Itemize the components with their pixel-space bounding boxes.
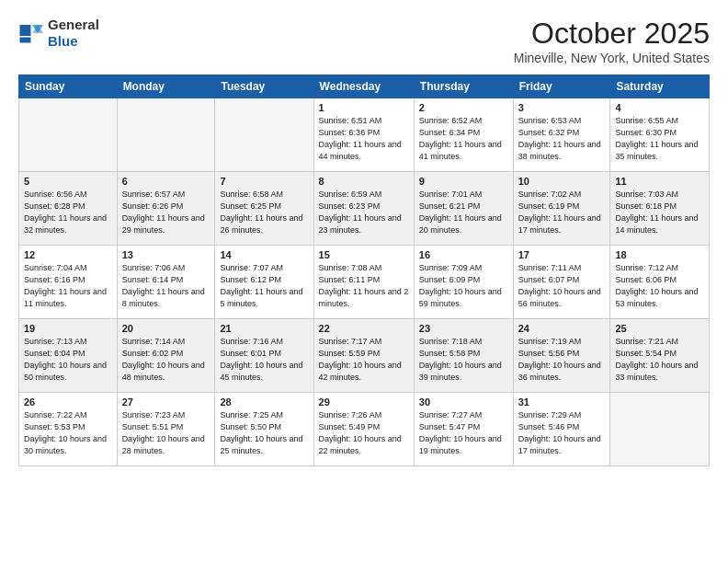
calendar-cell-w1d3: 8Sunrise: 6:59 AM Sunset: 6:23 PM Daylig… — [313, 172, 414, 246]
day-info: Sunrise: 7:26 AM Sunset: 5:49 PM Dayligh… — [319, 409, 409, 457]
month-title: October 2025 — [514, 17, 710, 51]
day-info: Sunrise: 7:11 AM Sunset: 6:07 PM Dayligh… — [518, 262, 606, 310]
calendar-cell-w2d0: 12Sunrise: 7:04 AM Sunset: 6:16 PM Dayli… — [19, 246, 118, 319]
calendar-cell-w3d4: 23Sunrise: 7:18 AM Sunset: 5:58 PM Dayli… — [414, 319, 513, 393]
logo-general: General — [48, 17, 99, 32]
day-number: 17 — [518, 249, 606, 260]
calendar-cell-w4d0: 26Sunrise: 7:22 AM Sunset: 5:53 PM Dayli… — [19, 393, 118, 466]
calendar-cell-w3d5: 24Sunrise: 7:19 AM Sunset: 5:56 PM Dayli… — [513, 319, 610, 393]
day-info: Sunrise: 7:03 AM Sunset: 6:18 PM Dayligh… — [615, 189, 704, 236]
day-number: 19 — [24, 323, 112, 334]
day-info: Sunrise: 7:13 AM Sunset: 6:04 PM Dayligh… — [24, 336, 112, 384]
day-number: 5 — [24, 176, 112, 187]
day-number: 30 — [419, 396, 508, 408]
day-number: 10 — [518, 176, 606, 187]
calendar-cell-w1d6: 11Sunrise: 7:03 AM Sunset: 6:18 PM Dayli… — [610, 172, 710, 246]
calendar-cell-w3d6: 25Sunrise: 7:21 AM Sunset: 5:54 PM Dayli… — [610, 319, 710, 393]
calendar-cell-w2d1: 13Sunrise: 7:06 AM Sunset: 6:14 PM Dayli… — [117, 246, 215, 319]
calendar-cell-w1d5: 10Sunrise: 7:02 AM Sunset: 6:19 PM Dayli… — [513, 172, 610, 246]
day-number: 14 — [220, 249, 308, 260]
calendar-cell-w0d1 — [117, 98, 215, 172]
day-number: 29 — [319, 396, 409, 408]
logo-icon — [18, 19, 46, 47]
calendar-cell-w0d0 — [19, 98, 118, 172]
week-row-1: 5Sunrise: 6:56 AM Sunset: 6:28 PM Daylig… — [19, 172, 710, 246]
calendar: Sunday Monday Tuesday Wednesday Thursday… — [18, 75, 710, 466]
day-number: 13 — [122, 249, 210, 260]
day-number: 23 — [419, 323, 508, 334]
day-info: Sunrise: 7:18 AM Sunset: 5:58 PM Dayligh… — [419, 336, 508, 384]
day-info: Sunrise: 7:14 AM Sunset: 6:02 PM Dayligh… — [122, 336, 210, 384]
calendar-cell-w4d5: 31Sunrise: 7:29 AM Sunset: 5:46 PM Dayli… — [513, 393, 610, 466]
day-number: 4 — [615, 102, 704, 113]
day-number: 6 — [122, 176, 210, 187]
day-info: Sunrise: 7:22 AM Sunset: 5:53 PM Dayligh… — [24, 409, 112, 457]
day-number: 28 — [220, 396, 308, 408]
calendar-cell-w1d1: 6Sunrise: 6:57 AM Sunset: 6:26 PM Daylig… — [117, 172, 215, 246]
day-info: Sunrise: 7:01 AM Sunset: 6:21 PM Dayligh… — [419, 189, 508, 236]
day-number: 26 — [24, 396, 112, 408]
day-number: 11 — [615, 176, 704, 187]
day-info: Sunrise: 6:56 AM Sunset: 6:28 PM Dayligh… — [24, 189, 112, 236]
day-number: 24 — [518, 323, 606, 334]
day-info: Sunrise: 7:12 AM Sunset: 6:06 PM Dayligh… — [615, 262, 704, 310]
day-number: 22 — [319, 323, 409, 334]
header: General Blue October 2025 Mineville, New… — [18, 17, 710, 65]
day-number: 21 — [220, 323, 308, 334]
logo-blue: Blue — [48, 33, 78, 49]
week-row-0: 1Sunrise: 6:51 AM Sunset: 6:36 PM Daylig… — [19, 98, 710, 172]
calendar-cell-w3d1: 20Sunrise: 7:14 AM Sunset: 6:02 PM Dayli… — [117, 319, 215, 393]
week-row-2: 12Sunrise: 7:04 AM Sunset: 6:16 PM Dayli… — [19, 246, 710, 319]
calendar-cell-w2d2: 14Sunrise: 7:07 AM Sunset: 6:12 PM Dayli… — [215, 246, 313, 319]
header-sunday: Sunday — [19, 75, 118, 98]
header-wednesday: Wednesday — [313, 75, 414, 98]
day-info: Sunrise: 7:23 AM Sunset: 5:51 PM Dayligh… — [122, 409, 210, 457]
week-row-3: 19Sunrise: 7:13 AM Sunset: 6:04 PM Dayli… — [19, 319, 710, 393]
calendar-cell-w0d2 — [215, 98, 313, 172]
day-info: Sunrise: 6:55 AM Sunset: 6:30 PM Dayligh… — [615, 115, 704, 163]
weekday-header-row: Sunday Monday Tuesday Wednesday Thursday… — [19, 75, 710, 98]
day-number: 2 — [419, 102, 508, 113]
day-info: Sunrise: 7:19 AM Sunset: 5:56 PM Dayligh… — [518, 336, 606, 384]
day-info: Sunrise: 6:52 AM Sunset: 6:34 PM Dayligh… — [419, 115, 508, 163]
calendar-cell-w2d4: 16Sunrise: 7:09 AM Sunset: 6:09 PM Dayli… — [414, 246, 513, 319]
calendar-cell-w2d5: 17Sunrise: 7:11 AM Sunset: 6:07 PM Dayli… — [513, 246, 610, 319]
week-row-4: 26Sunrise: 7:22 AM Sunset: 5:53 PM Dayli… — [19, 393, 710, 466]
calendar-cell-w1d4: 9Sunrise: 7:01 AM Sunset: 6:21 PM Daylig… — [414, 172, 513, 246]
svg-rect-0 — [20, 25, 31, 36]
title-block: October 2025 Mineville, New York, United… — [514, 17, 710, 65]
calendar-cell-w1d2: 7Sunrise: 6:58 AM Sunset: 6:25 PM Daylig… — [215, 172, 313, 246]
logo: General Blue — [18, 17, 99, 50]
calendar-cell-w4d3: 29Sunrise: 7:26 AM Sunset: 5:49 PM Dayli… — [313, 393, 414, 466]
header-monday: Monday — [117, 75, 215, 98]
calendar-cell-w3d3: 22Sunrise: 7:17 AM Sunset: 5:59 PM Dayli… — [313, 319, 414, 393]
svg-rect-1 — [20, 38, 31, 43]
calendar-cell-w3d2: 21Sunrise: 7:16 AM Sunset: 6:01 PM Dayli… — [215, 319, 313, 393]
page: General Blue October 2025 Mineville, New… — [0, 0, 728, 476]
day-info: Sunrise: 6:57 AM Sunset: 6:26 PM Dayligh… — [122, 189, 210, 236]
header-thursday: Thursday — [414, 75, 513, 98]
calendar-cell-w4d6 — [610, 393, 710, 466]
logo-text: General Blue — [48, 17, 99, 50]
calendar-cell-w1d0: 5Sunrise: 6:56 AM Sunset: 6:28 PM Daylig… — [19, 172, 118, 246]
header-tuesday: Tuesday — [215, 75, 313, 98]
day-info: Sunrise: 7:07 AM Sunset: 6:12 PM Dayligh… — [220, 262, 308, 310]
calendar-cell-w4d1: 27Sunrise: 7:23 AM Sunset: 5:51 PM Dayli… — [117, 393, 215, 466]
day-info: Sunrise: 7:21 AM Sunset: 5:54 PM Dayligh… — [615, 336, 704, 384]
day-info: Sunrise: 7:16 AM Sunset: 6:01 PM Dayligh… — [220, 336, 308, 384]
day-number: 20 — [122, 323, 210, 334]
day-info: Sunrise: 7:06 AM Sunset: 6:14 PM Dayligh… — [122, 262, 210, 310]
day-info: Sunrise: 7:17 AM Sunset: 5:59 PM Dayligh… — [319, 336, 409, 384]
day-info: Sunrise: 6:59 AM Sunset: 6:23 PM Dayligh… — [319, 189, 409, 236]
calendar-cell-w4d4: 30Sunrise: 7:27 AM Sunset: 5:47 PM Dayli… — [414, 393, 513, 466]
calendar-cell-w0d5: 3Sunrise: 6:53 AM Sunset: 6:32 PM Daylig… — [513, 98, 610, 172]
day-number: 18 — [615, 249, 704, 260]
day-number: 27 — [122, 396, 210, 408]
day-number: 7 — [220, 176, 308, 187]
location-title: Mineville, New York, United States — [514, 51, 710, 65]
day-info: Sunrise: 7:25 AM Sunset: 5:50 PM Dayligh… — [220, 409, 308, 457]
calendar-cell-w0d4: 2Sunrise: 6:52 AM Sunset: 6:34 PM Daylig… — [414, 98, 513, 172]
day-info: Sunrise: 7:27 AM Sunset: 5:47 PM Dayligh… — [419, 409, 508, 457]
calendar-cell-w4d2: 28Sunrise: 7:25 AM Sunset: 5:50 PM Dayli… — [215, 393, 313, 466]
day-number: 25 — [615, 323, 704, 334]
